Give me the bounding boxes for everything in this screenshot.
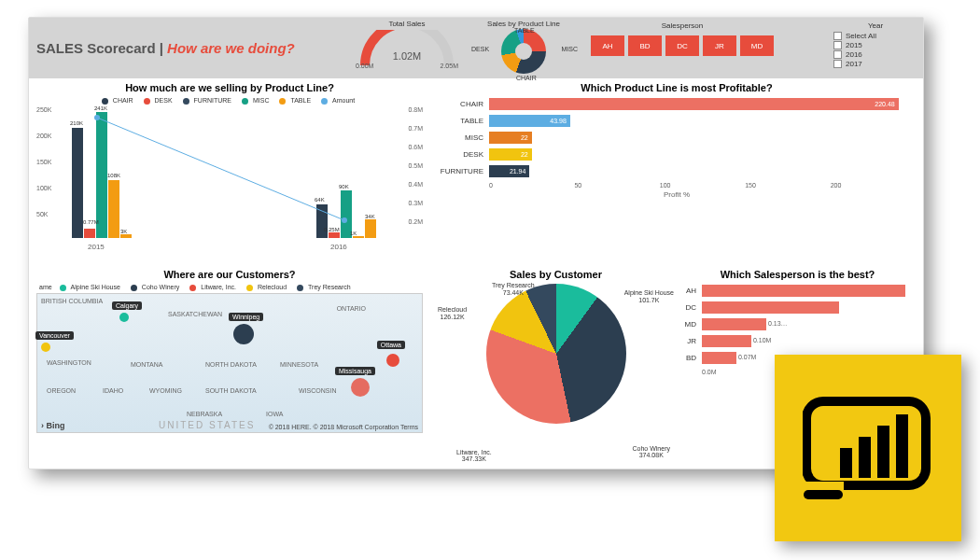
sp-btn-jr[interactable]: JR — [703, 35, 736, 56]
year-row-all[interactable]: Select All — [833, 32, 917, 40]
svg-rect-5 — [859, 437, 871, 478]
gauge-max: 2.05M — [441, 63, 458, 69]
chart-title: Which Product Line is most Profitable? — [438, 82, 916, 93]
x-axis-label: Profit % — [438, 190, 916, 199]
pie-lbl-coho: Coho Winery374.08K — [633, 445, 670, 459]
gauge-label: Total Sales — [346, 20, 468, 28]
svg-rect-7 — [896, 414, 908, 478]
pie-lbl-trey: Trey Research73.44K — [492, 282, 535, 296]
legend: CHAIR DESK FURNITURE MISC TABLE Amount — [36, 97, 423, 105]
sp-btn-md[interactable]: MD — [740, 35, 774, 56]
title-question: How are we doing? — [167, 40, 295, 56]
powerbi-logo-icon — [775, 355, 961, 541]
year-slicer: Year Select All 2015 2016 2017 — [833, 21, 917, 69]
header-bar: SALES Scorecard | How are we doing? Tota… — [29, 18, 923, 78]
page-title: SALES Scorecard | How are we doing? — [36, 40, 295, 56]
year-row-2017[interactable]: 2017 — [833, 60, 917, 68]
pie-chart — [486, 284, 626, 424]
year-row-2016[interactable]: 2016 — [833, 50, 917, 59]
line-series — [64, 106, 400, 238]
checkbox-icon[interactable] — [833, 50, 842, 59]
salesperson-label: Salesperson — [580, 21, 785, 30]
panel-product-line-sales[interactable]: How much are we selling by Product Line?… — [29, 78, 430, 265]
donut-lbl-top: TABLE — [514, 27, 535, 34]
donut-lbl-left: DESK — [471, 46, 489, 52]
checkbox-icon[interactable] — [833, 60, 842, 68]
hbar-chart: CHAIR220.48 TABLE43.98 MISC22 DESK22 FUR… — [438, 98, 916, 199]
panel-customers-map[interactable]: Where are our Customers? ame Alpine Ski … — [29, 265, 430, 469]
chart-title: Sales by Customer — [438, 269, 674, 280]
sp-btn-dc[interactable]: DC — [665, 35, 699, 56]
map-legend: ame Alpine Ski House Coho Winery Litware… — [36, 284, 423, 291]
map-attribution: © 2018 HERE. © 2018 Microsoft Corporatio… — [269, 424, 418, 430]
checkbox-icon[interactable] — [833, 32, 842, 40]
total-sales-gauge[interactable]: Total Sales 1.02M 0.00M 2.05M — [346, 20, 468, 67]
pie-lbl-alpine: Alpine Ski House101.7K — [624, 289, 674, 303]
sp-btn-ah[interactable]: AH — [591, 35, 624, 56]
sp-btn-bd[interactable]: BD — [628, 35, 662, 56]
svg-rect-6 — [877, 426, 889, 478]
checkbox-icon[interactable] — [833, 41, 842, 49]
bing-logo: › Bing — [41, 421, 65, 430]
svg-rect-4 — [840, 448, 852, 478]
year-label: Year — [833, 21, 917, 30]
chart-title: How much are we selling by Product Line? — [36, 82, 423, 93]
panel-profit-by-line[interactable]: Which Product Line is most Profitable? C… — [430, 78, 923, 265]
gauge-arc-icon: 1.02M 0.00M 2.05M — [356, 30, 458, 67]
pie-lbl-litware: Litware, Inc.347.33K — [456, 449, 492, 463]
combo-chart: 250K 200K 150K 100K 50K 0.8M 0.7M 0.6M 0… — [36, 106, 423, 251]
svg-point-2 — [342, 217, 347, 223]
chart-title: Where are our Customers? — [36, 269, 423, 280]
chart-title: Which Salesperson is the best? — [679, 269, 916, 280]
product-line-donut[interactable]: Sales by Product Line TABLE MISC CHAIR D… — [477, 20, 570, 75]
donut-lbl-right: MISC — [562, 46, 579, 52]
panel-sales-by-customer[interactable]: Sales by Customer Trey Research73.44K Al… — [438, 269, 674, 465]
svg-line-0 — [97, 118, 344, 220]
svg-point-1 — [94, 115, 100, 120]
gauge-min: 0.00M — [356, 63, 373, 69]
title-prefix: SALES Scorecard | — [36, 40, 167, 56]
map-visual[interactable]: BRITISH COLUMBIA SASKATCHEWAN ONTARIO WA… — [36, 293, 423, 433]
salesperson-slicer: Salesperson AH BD DC JR MD — [580, 21, 785, 56]
pie-lbl-relecloud: Relecloud126.12K — [438, 306, 467, 320]
year-row-2015[interactable]: 2015 — [833, 41, 917, 49]
gauge-value: 1.02M — [356, 50, 458, 62]
donut-icon — [501, 29, 546, 74]
